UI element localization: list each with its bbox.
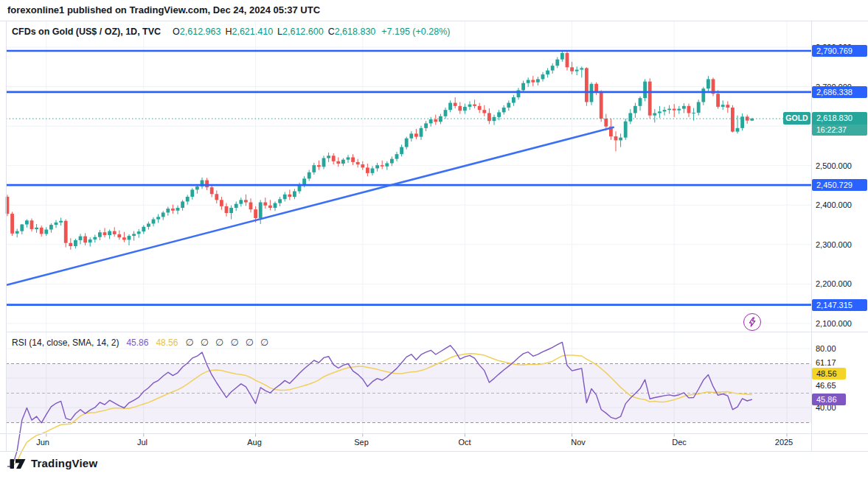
low-value: 2,612.600 [282,27,324,37]
open-label: O [173,27,180,37]
page: forexonline1 published on TradingView.co… [0,0,868,479]
main-legend[interactable]: CFDs on Gold (US$ / OZ), 1D, TVCO2,612.9… [12,27,450,37]
hidden-plot-icon: ∅ [201,337,209,348]
open-value: 2,612.963 [180,27,221,37]
chart-canvas[interactable] [0,0,868,479]
hidden-plot-icon: ∅ [230,337,238,348]
lightning-icon[interactable] [743,313,761,331]
rsi-ma-value: 48.56 [156,338,178,348]
rsi-legend[interactable]: RSI (14, close, SMA, 14, 2)45.8648.56∅∅∅… [12,337,275,348]
rsi-title[interactable]: RSI (14, close, SMA, 14, 2) [12,338,119,348]
footer[interactable]: TradingView [10,457,97,469]
change-value: +7.195 (+0.28%) [381,27,450,37]
symbol-title[interactable]: CFDs on Gold (US$ / OZ), 1D, TVC [12,27,161,37]
close-value: 2,618.830 [335,27,376,37]
price-axis[interactable] [811,21,868,433]
close-label: C [328,27,335,37]
candles [6,51,754,250]
drawings [6,51,811,305]
tradingview-logo-icon [10,457,26,469]
hidden-plot-icon: ∅ [185,337,193,348]
time-axis[interactable] [6,433,811,451]
high-value: 2,621.410 [232,27,273,37]
hidden-plot-icon: ∅ [246,337,254,348]
rsi-value: 45.86 [126,338,148,348]
tradingview-brand[interactable]: TradingView [31,457,97,469]
low-label: L [277,27,282,37]
hidden-plot-icon: ∅ [215,337,223,348]
hidden-plot-icon: ∅ [260,337,268,348]
symbol-price-label: GOLD [783,112,810,125]
